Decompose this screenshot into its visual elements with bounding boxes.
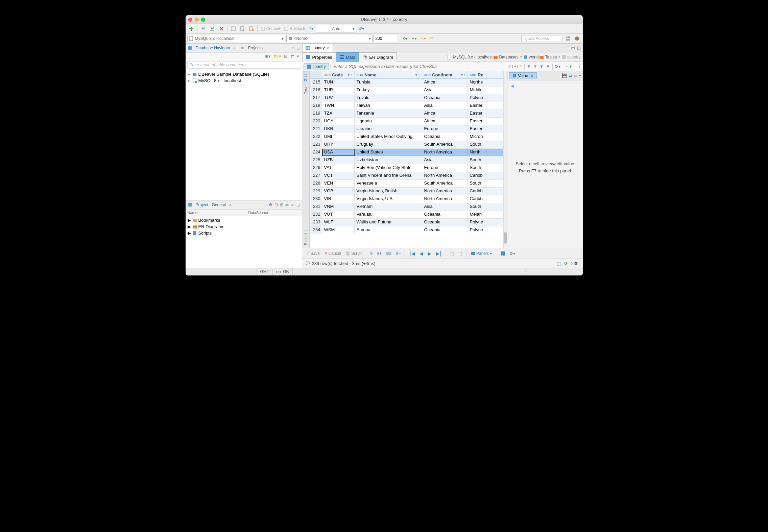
- connection-select[interactable]: MySQL 8.x - localhost: [187, 35, 285, 42]
- table-row[interactable]: 223URYUruguaySouth AmericaSouth: [310, 141, 503, 149]
- table-row[interactable]: 222UMIUnited States Minor OutlyingOceani…: [310, 133, 503, 141]
- collapse-icon[interactable]: ⊟: [274, 202, 278, 207]
- first-icon[interactable]: ⎮◀: [408, 250, 416, 257]
- table-row[interactable]: 230VIRVirgin Islands, U.S.North AmericaC…: [310, 195, 503, 203]
- gear-icon[interactable]: ⚙▾: [508, 250, 517, 257]
- filter-undo-icon[interactable]: ▼: [546, 64, 550, 69]
- new-connection-icon[interactable]: [187, 25, 195, 32]
- tree-node[interactable]: ▶DBeaver Sample Database (SQLite): [186, 71, 302, 77]
- table-row[interactable]: 233WLFWallis and FutunaOceaniaPolyne: [310, 219, 503, 226]
- nav-fwd-icon[interactable]: →▾: [574, 64, 581, 69]
- row-limit-input[interactable]: [374, 35, 397, 42]
- tab-er[interactable]: ER Diagram: [359, 52, 397, 62]
- undo-icon[interactable]: ↶: [428, 35, 434, 42]
- sql-filter-input[interactable]: Enter a SQL expression to filter results…: [331, 64, 508, 69]
- table-row[interactable]: 227VCTSaint Vincent and the GrenaNorth A…: [310, 172, 503, 180]
- filter-remove-icon[interactable]: ▼: [533, 64, 537, 69]
- add-icon[interactable]: ⊞: [280, 202, 283, 207]
- dup-row-icon[interactable]: ≡⧉: [385, 250, 393, 257]
- cancel-button[interactable]: ✕Cancel: [323, 250, 342, 257]
- table-row[interactable]: 221UKRUkraineEuropeEaster: [310, 125, 503, 133]
- tab-data[interactable]: Data: [336, 52, 359, 62]
- vtab-text[interactable]: Text: [303, 84, 308, 97]
- editor-tab-country[interactable]: country ✕: [302, 44, 333, 52]
- table-row[interactable]: 215TUNTunisiaAfricaNorthe: [310, 79, 503, 87]
- bc-world[interactable]: world: [523, 55, 539, 59]
- refresh-icon[interactable]: ⟳: [564, 261, 568, 266]
- vertical-scrollbar[interactable]: [503, 71, 507, 248]
- disconnect-icon[interactable]: [217, 25, 225, 32]
- filter-apply-icon[interactable]: ▼: [527, 64, 531, 69]
- zoom-icon[interactable]: [201, 18, 205, 22]
- table-row[interactable]: 218TWNTaiwanAsiaEaster: [310, 102, 503, 110]
- save-button[interactable]: ✓Save: [305, 250, 321, 257]
- close-tab-icon[interactable]: ✕: [233, 46, 236, 50]
- bc-tables[interactable]: Tables▾: [539, 55, 561, 59]
- menu-icon[interactable]: ▾: [297, 54, 299, 59]
- data-grid[interactable]: ABCCode▼↕ ABCName▼↕ ABCContinent▼↕ ABCRe…: [310, 71, 503, 248]
- save-icon[interactable]: 💾: [562, 73, 567, 78]
- table-row[interactable]: 224USAUnited StatesNorth AmericaNorth: [310, 149, 503, 156]
- fetch-all-icon[interactable]: ⬚: [457, 250, 463, 257]
- link-icon[interactable]: ⇄: [285, 202, 289, 207]
- minimize-icon[interactable]: [195, 18, 199, 22]
- table-filter-label[interactable]: country: [304, 63, 329, 70]
- project-tab[interactable]: Project - General: [194, 202, 228, 208]
- new-folder-icon[interactable]: 📁▾: [273, 54, 281, 59]
- col-header-name[interactable]: ABCName▼↕: [355, 71, 422, 78]
- table-row[interactable]: 232VUTVanuatuOceaniaMelan: [310, 211, 503, 219]
- close-tab-icon[interactable]: ✕: [229, 203, 232, 207]
- navigator-tab[interactable]: Database Navigato: [194, 45, 232, 51]
- menu-icon[interactable]: ▾: [579, 73, 581, 78]
- minimize-icon[interactable]: ▭: [574, 73, 577, 78]
- resultset-icon[interactable]: ⬚: [557, 261, 561, 266]
- tree-node[interactable]: ▶MySQL 8.x - localhost: [186, 77, 302, 84]
- fetch-size-icon[interactable]: ⬚: [449, 250, 455, 257]
- maximize-icon[interactable]: ◻: [296, 202, 300, 207]
- col-header-continent[interactable]: ABCContinent▼↕: [422, 71, 468, 78]
- del-row-icon[interactable]: ≡−: [394, 250, 402, 257]
- prev-icon[interactable]: ◀: [418, 250, 425, 257]
- table-row[interactable]: 216TURTurkeyAsiaMiddle: [310, 87, 503, 94]
- close-icon[interactable]: ✕: [327, 46, 330, 50]
- add-row-icon[interactable]: ≡: [369, 250, 374, 257]
- sql-editor-icon[interactable]: [229, 25, 237, 32]
- switch-icon[interactable]: ⇄: [569, 73, 572, 78]
- dbeaver-perspective-icon[interactable]: [573, 35, 581, 42]
- maximize-icon[interactable]: ◻: [296, 46, 300, 50]
- history-icon[interactable]: ↺▾: [357, 26, 365, 32]
- tab-properties[interactable]: Properties: [302, 52, 336, 62]
- schema-select[interactable]: <None>: [286, 35, 373, 42]
- new-conn-icon[interactable]: ⊕▾: [265, 54, 271, 59]
- plug-icon[interactable]: [199, 25, 207, 32]
- sql-run-icon[interactable]: [238, 25, 246, 32]
- table-row[interactable]: 234WSMSamoaOceaniaPolyne: [310, 226, 503, 234]
- col-header-code[interactable]: ABCCode▼↕: [322, 71, 355, 78]
- bc-databases[interactable]: Databases▾: [493, 55, 522, 59]
- value-tab[interactable]: Value✕: [509, 72, 537, 79]
- highlight-icon[interactable]: ✎▾: [419, 35, 427, 42]
- quick-access-input[interactable]: Quick Access: [521, 35, 562, 42]
- tree-filter-input[interactable]: Enter a part of table name here: [187, 61, 300, 69]
- script-button[interactable]: Script: [344, 250, 363, 257]
- vtab-record[interactable]: Record: [303, 230, 308, 248]
- refresh-icon[interactable]: ⟲▾: [401, 35, 409, 42]
- layout-icon[interactable]: [499, 250, 506, 257]
- table-row[interactable]: 220UGAUgandaAfricaEaster: [310, 118, 503, 125]
- bc-connection[interactable]: MySQL 8.x - localhost: [447, 55, 493, 59]
- sql-new-icon[interactable]: [247, 25, 256, 32]
- table-row[interactable]: 231VNMVietnamAsiaSouth: [310, 203, 503, 211]
- collapse-icon[interactable]: ⊟: [284, 54, 288, 59]
- project-tree[interactable]: ▶Bookmarks ▶ER Diagrams ▶Scripts: [186, 216, 302, 268]
- close-icon[interactable]: [188, 18, 192, 22]
- panels-button[interactable]: Panels ▾: [469, 250, 493, 257]
- table-row[interactable]: 219TZATanzaniaAfricaEaster: [310, 110, 503, 118]
- tx-icon[interactable]: T▾: [308, 26, 315, 32]
- next-icon[interactable]: ▶: [426, 250, 433, 257]
- nav-back-icon[interactable]: ←▾: [565, 64, 572, 69]
- refresh-icon[interactable]: ⟳▾: [555, 64, 561, 69]
- table-row[interactable]: 217TUVTuvaluOceaniaPolyne: [310, 94, 503, 102]
- minimize-icon[interactable]: ▭: [291, 46, 294, 50]
- maximize-icon[interactable]: ◻: [577, 45, 581, 50]
- table-row[interactable]: 228VENVenezuelaSouth AmericaSouth: [310, 180, 503, 188]
